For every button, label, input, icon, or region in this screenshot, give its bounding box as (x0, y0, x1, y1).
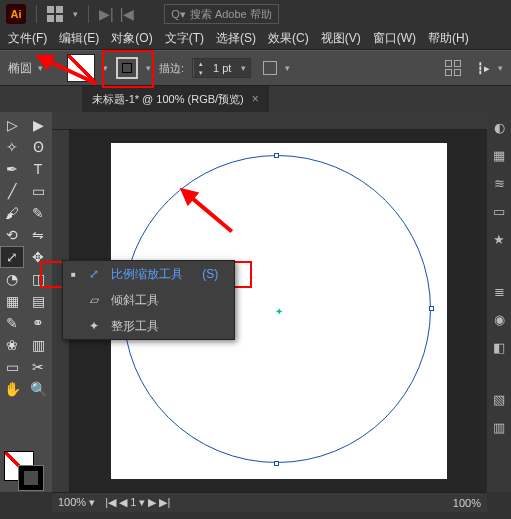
chevron-down-icon[interactable]: ▾ (103, 63, 108, 73)
menu-object[interactable]: 对象(O) (111, 30, 152, 47)
chevron-down-icon[interactable]: ▾ (73, 9, 78, 19)
zoom-tool[interactable]: 🔍 (26, 378, 50, 400)
symbols-panel-icon[interactable]: ★ (490, 230, 508, 248)
reshape-icon: ✦ (85, 319, 103, 333)
paintbrush-tool[interactable]: 🖌 (0, 202, 24, 224)
flyout-item-label: 倾斜工具 (111, 292, 159, 309)
shape-builder-tool[interactable]: ◔ (0, 268, 24, 290)
flyout-item-scale[interactable]: ■ ⤢ 比例缩放工具 (S) (63, 261, 234, 287)
graph-tool[interactable]: ▥ (26, 334, 50, 356)
layers-panel-icon[interactable]: ≣ (490, 282, 508, 300)
line-tool[interactable]: ╱ (0, 180, 24, 202)
close-icon[interactable]: × (252, 92, 259, 106)
align-icon[interactable] (445, 60, 461, 76)
scale-tool[interactable]: ⤢ (0, 246, 24, 268)
shear-icon: ▱ (85, 293, 103, 307)
stroke-weight-input[interactable]: ▴▾ 1 pt ▾ (192, 58, 251, 78)
scale-icon: ⤢ (85, 267, 103, 281)
perspective-tool[interactable]: ◫ (26, 268, 50, 290)
menu-help[interactable]: 帮助(H) (428, 30, 469, 47)
menu-window[interactable]: 窗口(W) (373, 30, 416, 47)
anchor-icon[interactable] (429, 306, 434, 311)
pen-tool[interactable]: ✒ (0, 158, 24, 180)
gradient-tool[interactable]: ▤ (26, 290, 50, 312)
doc-arrange-icon[interactable]: ▶||◀ (99, 6, 134, 22)
menu-select[interactable]: 选择(S) (216, 30, 256, 47)
profile-icon[interactable] (263, 61, 277, 75)
zoom-level-2: 100% (453, 497, 481, 509)
menu-type[interactable]: 文字(T) (165, 30, 204, 47)
rotate-tool[interactable]: ⟲ (0, 224, 24, 246)
graphic-styles-panel-icon[interactable]: ◧ (490, 338, 508, 356)
appearance-panel-icon[interactable]: ◉ (490, 310, 508, 328)
eyedropper-tool[interactable]: ✎ (0, 312, 24, 334)
bullet-icon: ■ (71, 270, 77, 279)
search-placeholder: 搜索 Adobe 帮助 (190, 7, 272, 22)
document-tab[interactable]: 未标题-1* @ 100% (RGB/预览) × (82, 86, 269, 112)
pencil-tool[interactable]: ✎ (26, 202, 50, 224)
essentials-icon[interactable]: ┇▸ (477, 62, 490, 75)
rectangle-tool[interactable]: ▭ (26, 180, 50, 202)
title-bar: Ai ▾ ▶||◀ Q▾ 搜索 Adobe 帮助 (0, 0, 511, 28)
transparency-panel-icon[interactable]: ▧ (490, 390, 508, 408)
type-tool[interactable]: T (26, 158, 50, 180)
search-input[interactable]: Q▾ 搜索 Adobe 帮助 (164, 4, 278, 24)
free-transform-tool[interactable]: ✥ (26, 246, 50, 268)
menu-file[interactable]: 文件(F) (8, 30, 47, 47)
anchor-icon[interactable] (274, 461, 279, 466)
stroke-label: 描边: (159, 61, 184, 76)
slice-tool[interactable]: ✂ (26, 356, 50, 378)
blend-tool[interactable]: ⚭ (26, 312, 50, 334)
artboard-tool[interactable]: ▭ (0, 356, 24, 378)
menu-edit[interactable]: 编辑(E) (59, 30, 99, 47)
anchor-icon[interactable] (274, 153, 279, 158)
fill-stroke-swatches[interactable] (4, 451, 50, 493)
zoom-level[interactable]: 100% ▾ (58, 496, 95, 509)
workspace-switcher-icon[interactable] (47, 6, 63, 22)
lasso-tool[interactable]: ʘ (26, 136, 50, 158)
align-panel-icon[interactable]: ▥ (490, 418, 508, 436)
stroke-swatch[interactable] (116, 57, 138, 79)
swatches-panel-icon[interactable]: ▦ (490, 146, 508, 164)
color-panel-icon[interactable]: ◐ (490, 118, 508, 136)
stroke-panel-icon[interactable]: ▭ (490, 202, 508, 220)
direct-selection-tool[interactable]: ▶ (26, 114, 50, 136)
search-icon: Q▾ (171, 8, 186, 21)
artboard-nav[interactable]: |◀ ◀ 1 ▾ ▶ ▶| (105, 496, 170, 509)
mesh-tool[interactable]: ▦ (0, 290, 24, 312)
flyout-item-label: 整形工具 (111, 318, 159, 335)
app-logo-icon: Ai (6, 4, 26, 24)
right-panel-dock: ◐ ▦ ≋ ▭ ★ ≣ ◉ ◧ ▧ ▥ (487, 112, 511, 492)
flyout-item-shear[interactable]: ▱ 倾斜工具 (63, 287, 234, 313)
stroke-swatch-large[interactable] (18, 465, 44, 491)
hand-tool[interactable]: ✋ (0, 378, 24, 400)
control-bar: 椭圆▾ ▾ ▾ 描边: ▴▾ 1 pt ▾ ▾ ┇▸ ▾ (0, 50, 511, 86)
flyout-item-reshape[interactable]: ✦ 整形工具 (63, 313, 234, 339)
ruler-horizontal[interactable] (52, 112, 487, 130)
flyout-item-label: 比例缩放工具 (111, 266, 183, 283)
menu-effect[interactable]: 效果(C) (268, 30, 309, 47)
menu-bar: 文件(F) 编辑(E) 对象(O) 文字(T) 选择(S) 效果(C) 视图(V… (0, 28, 511, 50)
tools-column-b: ▶ ʘ T ▭ ✎ ⇋ ✥ ◫ ▤ ⚭ ▥ ✂ 🔍 (24, 112, 52, 492)
chevron-down-icon[interactable]: ▾ (146, 63, 151, 73)
status-bar: 100% ▾ |◀ ◀ 1 ▾ ▶ ▶| 100% (52, 492, 487, 512)
reflect-tool[interactable]: ⇋ (26, 224, 50, 246)
document-header: 未标题-1* @ 100% (RGB/预览) × (0, 86, 511, 112)
menu-view[interactable]: 视图(V) (321, 30, 361, 47)
center-mark-icon: ✦ (275, 306, 283, 317)
scale-tool-flyout: ■ ⤢ 比例缩放工具 (S) ▱ 倾斜工具 ✦ 整形工具 (62, 260, 235, 340)
flyout-item-key: (S) (202, 267, 218, 281)
symbol-sprayer-tool[interactable]: ❀ (0, 334, 24, 356)
fill-swatch[interactable] (67, 54, 95, 82)
document-tab-title: 未标题-1* @ 100% (RGB/预览) (92, 92, 244, 107)
brushes-panel-icon[interactable]: ≋ (490, 174, 508, 192)
tools-column-a: ▷ ✧ ✒ ╱ 🖌 ⟲ ⤢ ◔ ▦ ✎ ❀ ▭ ✋ (0, 112, 24, 492)
selection-tool[interactable]: ▷ (0, 114, 24, 136)
selection-type[interactable]: 椭圆▾ (8, 60, 43, 77)
magic-wand-tool[interactable]: ✧ (0, 136, 24, 158)
